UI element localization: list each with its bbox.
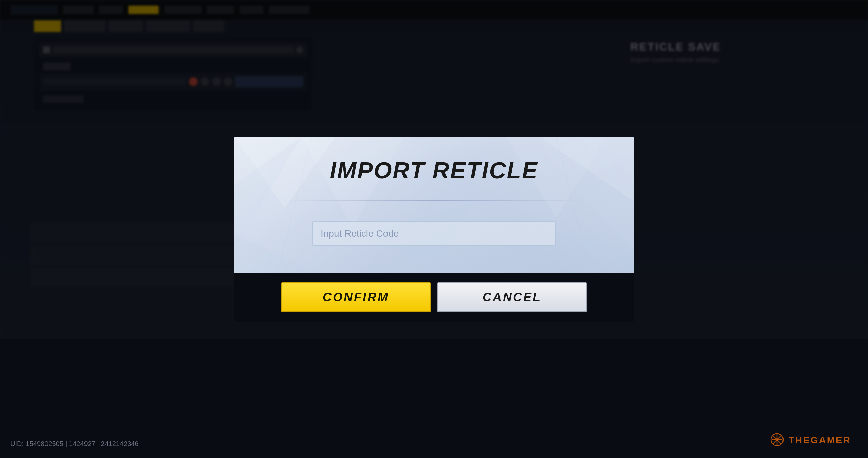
title-divider — [281, 200, 587, 201]
dialog-title: IMPORT RETICLE — [330, 157, 539, 183]
uid-text: UID: 1549802505 | 1424927 | 2412142346 — [10, 440, 139, 448]
watermark-text: THEGAMER — [789, 435, 851, 446]
dialog-lower: CONFIRM CANCEL — [234, 273, 634, 322]
cancel-button[interactable]: CANCEL — [437, 282, 587, 312]
confirm-button[interactable]: CONFIRM — [281, 282, 431, 312]
import-reticle-modal: IMPORT RETICLE CONFIRM CANCEL — [234, 137, 634, 322]
reticle-code-input[interactable] — [312, 221, 556, 246]
thegamer-icon — [770, 433, 784, 448]
watermark: THEGAMER — [770, 433, 851, 448]
dialog-content: IMPORT RETICLE — [261, 157, 607, 246]
svg-point-16 — [776, 438, 778, 441]
dialog-upper: IMPORT RETICLE — [234, 137, 634, 273]
